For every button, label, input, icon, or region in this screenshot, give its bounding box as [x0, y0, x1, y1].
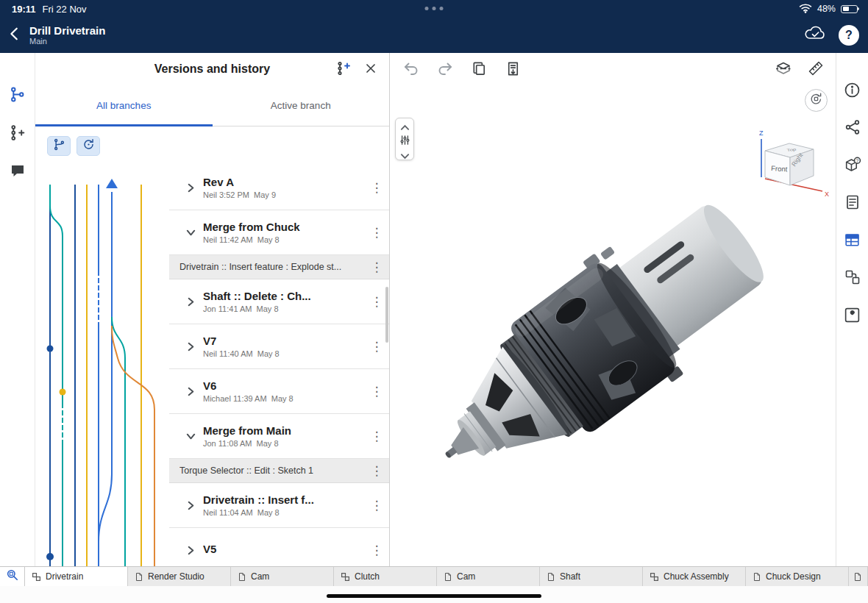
item-menu-button[interactable]: ⋮: [364, 429, 389, 444]
chevron-icon[interactable]: [178, 341, 203, 352]
tab-label: Cam: [457, 571, 475, 582]
configurations-button[interactable]: ?: [842, 156, 863, 176]
left-toolbar: [0, 53, 35, 566]
tab-label: Clutch: [355, 571, 380, 582]
right-toolbar: ?: [836, 53, 868, 566]
derived-parts-button[interactable]: [842, 268, 863, 289]
chevron-icon[interactable]: [178, 386, 203, 397]
change-item[interactable]: Torque Selector :: Edit : Sketch 1 ⋮: [169, 459, 389, 483]
tab-label: Render Studio: [148, 571, 204, 582]
item-menu-button[interactable]: ⋮: [364, 543, 389, 558]
document-icon: [444, 572, 452, 582]
chevron-icon[interactable]: [178, 182, 203, 193]
item-menu-button[interactable]: ⋮: [364, 260, 389, 275]
version-title: V7: [203, 335, 364, 347]
document-tab[interactable]: Chuck Assembly: [643, 567, 746, 586]
document-title-block: Drill Drivetrain Main: [29, 24, 105, 46]
version-item[interactable]: Rev A Neil 3:52 PM May 9 ⋮: [169, 165, 389, 210]
section-view-button[interactable]: [774, 60, 793, 79]
version-item[interactable]: V5 ⋮: [169, 528, 389, 566]
home-strip: [0, 586, 868, 603]
document-tab[interactable]: Render Studio: [128, 567, 231, 586]
copy-icon: [471, 60, 488, 80]
home-indicator[interactable]: [327, 594, 541, 598]
item-menu-button[interactable]: ⋮: [364, 225, 389, 240]
version-item[interactable]: Drivetrain :: Insert f... Neil 11:04 AM …: [169, 483, 389, 528]
version-tree-icon: [8, 85, 26, 107]
version-meta: Jon 11:41 AM May 8: [203, 304, 364, 313]
version-item[interactable]: Merge from Main Jon 11:08 AM May 8 ⋮: [169, 414, 389, 459]
version-meta: Neil 3:52 PM May 9: [203, 190, 364, 199]
create-version-rail-button[interactable]: [1, 116, 34, 151]
search-tabs-button[interactable]: [0, 567, 25, 586]
close-panel-button[interactable]: [360, 59, 382, 81]
change-item[interactable]: Drivetrain :: Insert feature : Explode s…: [169, 255, 389, 279]
comments-button[interactable]: [1, 154, 34, 190]
document-tab[interactable]: Drivetrain: [25, 567, 128, 586]
show-branches-filter-button[interactable]: [47, 136, 71, 156]
info-button[interactable]: [842, 81, 863, 101]
undo-button[interactable]: [402, 60, 421, 79]
document-tab[interactable]: Cam: [231, 567, 334, 586]
document-icon: [135, 572, 143, 582]
version-item[interactable]: Merge from Chuck Neil 11:42 AM May 8 ⋮: [169, 210, 389, 255]
feature-list-button[interactable]: [842, 193, 863, 214]
tab-active-branch[interactable]: Active branch: [213, 85, 390, 126]
panel-title: Versions and history: [154, 63, 270, 76]
document-tab[interactable]: Clutch: [334, 567, 437, 586]
bom-table-button[interactable]: [842, 231, 863, 251]
version-title: Merge from Main: [203, 424, 364, 437]
back-button[interactable]: [0, 18, 29, 53]
document-icon: [238, 572, 246, 582]
model-viewport[interactable]: Z X Front Top Right: [390, 53, 836, 566]
tab-label: Cam: [251, 571, 269, 582]
measure-button[interactable]: [806, 60, 825, 79]
panel-scrollbar[interactable]: [385, 287, 388, 343]
item-menu-button[interactable]: ⋮: [364, 180, 389, 196]
copy-button[interactable]: [469, 60, 488, 79]
graph-filter-row: [35, 126, 389, 165]
battery-percent: 48%: [817, 4, 836, 14]
chevron-icon[interactable]: [178, 545, 203, 556]
tab-all-branches[interactable]: All branches: [35, 85, 213, 126]
document-tab[interactable]: Shaft: [540, 567, 643, 586]
item-menu-button[interactable]: ⋮: [364, 384, 389, 399]
item-menu-button[interactable]: ⋮: [364, 463, 389, 479]
redo-button[interactable]: [435, 60, 455, 79]
show-versions-filter-button[interactable]: [77, 136, 100, 156]
axis-x-label: X: [825, 190, 829, 198]
custom-features-button[interactable]: [842, 306, 863, 327]
document-tab[interactable]: Cam: [437, 567, 540, 586]
versions-history-button[interactable]: [1, 78, 34, 113]
create-version-button[interactable]: [332, 59, 354, 81]
orbit-mode-button[interactable]: [805, 89, 828, 112]
status-bar: 19:11 Fri 22 Nov 48%: [0, 0, 868, 18]
view-cube[interactable]: Z X Front Top Right: [755, 126, 832, 200]
history-filter-icon: [82, 138, 96, 154]
version-item[interactable]: Shaft :: Delete : Ch... Jon 11:41 AM May…: [169, 279, 389, 324]
chevron-icon[interactable]: [178, 431, 203, 442]
document-tabs: Drivetrain Render Studio Cam Clutch: [25, 567, 868, 586]
share-button[interactable]: [842, 118, 863, 139]
orbit-rotate-icon: [809, 92, 823, 109]
paste-button[interactable]: [503, 60, 522, 79]
assembly-icon: [341, 572, 350, 582]
panel-tabs: All branches Active branch: [35, 85, 389, 126]
cube-front-label: Front: [771, 164, 788, 174]
chevron-icon[interactable]: [178, 296, 203, 307]
version-title: Drivetrain :: Insert f...: [203, 493, 364, 506]
item-menu-button[interactable]: ⋮: [364, 498, 389, 513]
version-graph[interactable]: [35, 165, 169, 566]
change-title: Drivetrain :: Insert feature : Explode s…: [179, 262, 364, 272]
document-tab[interactable]: [849, 567, 868, 586]
create-version-icon: [334, 60, 352, 80]
chevron-icon[interactable]: [178, 227, 203, 238]
document-tab[interactable]: Chuck Design: [746, 567, 849, 586]
help-button[interactable]: ?: [839, 25, 859, 46]
chevron-icon[interactable]: [178, 500, 203, 511]
battery-icon: [841, 5, 859, 13]
version-item[interactable]: V6 Michael 11:39 AM May 8 ⋮: [169, 369, 389, 414]
cloud-sync-icon[interactable]: [803, 25, 827, 46]
version-item[interactable]: V7 Neil 11:40 AM May 8 ⋮: [169, 324, 389, 369]
panel-resize-control[interactable]: [395, 118, 414, 160]
